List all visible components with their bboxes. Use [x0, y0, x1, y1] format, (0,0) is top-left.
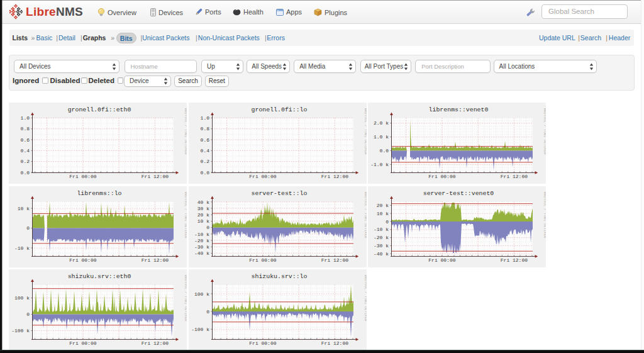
- svg-text:2.0 k: 2.0 k: [374, 120, 389, 126]
- svg-text:Fri 00:00: Fri 00:00: [428, 257, 455, 263]
- svg-text:0.6: 0.6: [21, 137, 30, 142]
- svg-text:-1.0 k: -1.0 k: [370, 162, 389, 167]
- svg-text:0.0: 0.0: [21, 169, 30, 175]
- svg-text:0: 0: [26, 311, 30, 317]
- svg-text:10 k: 10 k: [18, 206, 30, 211]
- svg-text:Fri 12:00: Fri 12:00: [501, 174, 528, 179]
- svg-text:10 k: 10 k: [197, 218, 209, 224]
- svg-text:1.0: 1.0: [200, 115, 209, 121]
- svg-text:server-test::lo: server-test::lo: [251, 190, 307, 197]
- svg-text:0.0: 0.0: [200, 169, 209, 175]
- svg-text:-30 k: -30 k: [374, 243, 389, 249]
- svg-text:shizuku.srv::lo: shizuku.srv::lo: [251, 273, 307, 280]
- svg-text:Fri 00:00: Fri 00:00: [69, 174, 96, 179]
- svg-text:gronell.0fi::eth0: gronell.0fi::eth0: [68, 106, 131, 113]
- svg-text:RRDTOOL / TOBI OETIKER: RRDTOOL / TOBI OETIKER: [184, 108, 187, 154]
- svg-text:20 k: 20 k: [377, 203, 389, 208]
- svg-text:-100 k: -100 k: [191, 327, 209, 332]
- svg-text:shizuku.srv::eth0: shizuku.srv::eth0: [68, 273, 131, 280]
- svg-text:Fri 12:00: Fri 12:00: [321, 174, 348, 179]
- svg-text:RRDTOOL / TOBI OETIKER: RRDTOOL / TOBI OETIKER: [364, 275, 367, 322]
- svg-text:40 k: 40 k: [197, 199, 209, 205]
- svg-text:10 k: 10 k: [377, 211, 389, 216]
- svg-text:0: 0: [206, 225, 209, 230]
- svg-text:-20 k: -20 k: [374, 235, 389, 240]
- svg-text:RRDTOOL / TOBI OETIKER: RRDTOOL / TOBI OETIKER: [184, 275, 187, 322]
- svg-text:Fri 12:00: Fri 12:00: [142, 174, 169, 179]
- svg-text:-40 k: -40 k: [194, 250, 209, 256]
- svg-text:0: 0: [386, 219, 389, 225]
- svg-text:RRDTOOL / TOBI OETIKER: RRDTOOL / TOBI OETIKER: [364, 108, 367, 154]
- svg-text:0.2: 0.2: [21, 159, 30, 164]
- svg-text:RRDTOOL / TOBI OETIKER: RRDTOOL / TOBI OETIKER: [543, 108, 546, 154]
- svg-text:-10 k: -10 k: [194, 232, 209, 237]
- svg-text:0.2: 0.2: [200, 159, 209, 164]
- svg-text:Fri 00:00: Fri 00:00: [69, 257, 96, 263]
- svg-text:-10 k: -10 k: [374, 227, 389, 232]
- svg-text:Fri 12:00: Fri 12:00: [142, 340, 169, 346]
- svg-text:RRDTOOL / TOBI OETIKER: RRDTOOL / TOBI OETIKER: [543, 192, 546, 238]
- svg-text:server-test::venet0: server-test::venet0: [423, 190, 494, 197]
- svg-text:Fri 12:00: Fri 12:00: [321, 340, 348, 346]
- svg-text:0: 0: [26, 225, 30, 231]
- svg-text:0.8: 0.8: [21, 126, 30, 132]
- svg-text:-20 k: -20 k: [194, 238, 209, 244]
- svg-text:librenms::lo: librenms::lo: [77, 190, 121, 197]
- svg-text:1.0 k: 1.0 k: [374, 134, 389, 140]
- svg-text:-40 k: -40 k: [374, 251, 389, 257]
- svg-text:Fri 00:00: Fri 00:00: [428, 174, 455, 179]
- svg-text:Fri 00:00: Fri 00:00: [249, 340, 276, 346]
- svg-text:1.0: 1.0: [21, 115, 30, 121]
- svg-text:Fri 12:00: Fri 12:00: [321, 257, 348, 263]
- svg-text:-10 k: -10 k: [14, 245, 30, 251]
- svg-text:0.6: 0.6: [200, 137, 209, 142]
- svg-text:0.8: 0.8: [200, 126, 209, 132]
- svg-text:RRDTOOL / TOBI OETIKER: RRDTOOL / TOBI OETIKER: [364, 192, 367, 238]
- svg-text:librenms::venet0: librenms::venet0: [429, 106, 489, 113]
- svg-text:gronell.0fi::lo: gronell.0fi::lo: [251, 106, 307, 113]
- svg-text:20 k: 20 k: [197, 212, 209, 218]
- svg-text:0: 0: [206, 309, 209, 315]
- svg-text:0.0: 0.0: [380, 148, 389, 154]
- svg-text:30 k: 30 k: [197, 206, 209, 211]
- svg-text:Fri 12:00: Fri 12:00: [142, 257, 169, 263]
- svg-text:Fri 00:00: Fri 00:00: [69, 340, 96, 346]
- svg-text:0.4: 0.4: [21, 148, 30, 154]
- svg-text:100 k: 100 k: [14, 295, 30, 301]
- svg-text:Fri 00:00: Fri 00:00: [249, 257, 276, 263]
- svg-text:-30 k: -30 k: [194, 244, 209, 250]
- svg-text:Fri 00:00: Fri 00:00: [249, 174, 276, 179]
- svg-text:-100 k: -100 k: [11, 328, 30, 333]
- svg-text:RRDTOOL / TOBI OETIKER: RRDTOOL / TOBI OETIKER: [184, 192, 187, 238]
- svg-text:Fri 12:00: Fri 12:00: [501, 257, 528, 263]
- svg-text:100 k: 100 k: [194, 291, 209, 297]
- svg-text:0.4: 0.4: [200, 148, 209, 154]
